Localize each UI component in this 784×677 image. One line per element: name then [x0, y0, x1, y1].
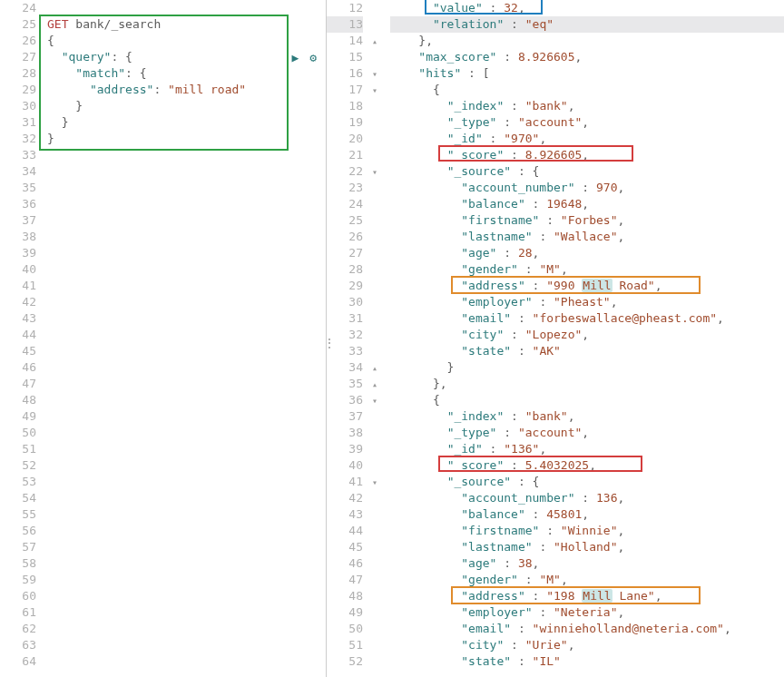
code-line[interactable]: "match": { — [47, 65, 326, 82]
line-number: 44 — [0, 327, 36, 343]
line-number: 34 — [0, 163, 36, 180]
code-line[interactable]: "address" : "198 Mill Lane", — [390, 588, 784, 604]
code-line[interactable]: "employer" : "Neteria", — [390, 604, 784, 621]
code-line[interactable]: }, — [390, 33, 784, 49]
play-icon[interactable]: ▶ — [292, 51, 299, 64]
code-line[interactable]: "account_number" : 136, — [390, 490, 784, 506]
code-line[interactable]: { — [47, 33, 326, 49]
code-line[interactable]: "_source" : { — [390, 163, 784, 180]
code-line[interactable]: "_score" : 8.926605, — [390, 147, 784, 163]
fold-open-icon[interactable]: ▾ — [368, 393, 381, 409]
line-number: 23 — [327, 180, 363, 196]
wrench-icon[interactable]: ⚙ — [309, 51, 317, 64]
code-line[interactable]: "age" : 28, — [390, 245, 784, 261]
line-number: 45 — [0, 343, 36, 359]
code-line[interactable]: "balance" : 19648, — [390, 196, 784, 212]
code-line[interactable]: "gender" : "M", — [390, 572, 784, 588]
code-line[interactable]: } — [47, 98, 326, 114]
line-number: 38 — [327, 425, 363, 441]
fold-close-icon[interactable]: ▴ — [368, 34, 381, 50]
code-line[interactable]: "_score" : 5.4032025, — [390, 457, 784, 474]
line-number: 39 — [0, 245, 36, 261]
line-number: 34 — [327, 359, 363, 376]
code-line[interactable]: "firstname" : "Winnie", — [390, 523, 784, 539]
code-line[interactable]: } — [47, 114, 326, 131]
pane-resize-handle[interactable]: ⋮ — [323, 336, 336, 350]
code-line[interactable]: "state" : "IL" — [390, 653, 784, 670]
code-line[interactable]: "email" : "forbeswallace@pheast.com", — [390, 310, 784, 327]
fold-open-icon[interactable]: ▾ — [368, 66, 381, 83]
code-line[interactable]: "employer" : "Pheast", — [390, 294, 784, 310]
code-line[interactable]: "firstname" : "Forbes", — [390, 212, 784, 229]
code-line[interactable]: }, — [390, 376, 784, 392]
code-line[interactable]: "_id" : "136", — [390, 441, 784, 457]
code-line[interactable]: "_type" : "account", — [390, 425, 784, 441]
line-number: 12 — [327, 0, 363, 16]
line-number: 61 — [0, 604, 36, 621]
line-number: 53 — [0, 474, 36, 490]
line-number: 43 — [0, 310, 36, 327]
line-number: 32 — [0, 131, 36, 147]
line-number: 63 — [0, 637, 36, 653]
code-line[interactable]: } — [390, 359, 784, 376]
code-line[interactable]: { — [390, 392, 784, 408]
code-line[interactable]: "_type" : "account", — [390, 114, 784, 131]
code-line[interactable]: "query": { — [47, 49, 326, 65]
line-number: 55 — [0, 506, 36, 523]
line-number: 60 — [0, 588, 36, 604]
line-number: 50 — [0, 425, 36, 441]
code-line[interactable]: "_source" : { — [390, 474, 784, 490]
line-number: 36 — [0, 196, 36, 212]
line-number: 13 — [327, 16, 363, 33]
code-line[interactable]: "value" : 32, — [390, 0, 784, 16]
line-number: 41 — [327, 474, 363, 490]
code-line[interactable]: "relation" : "eq" — [390, 16, 784, 33]
code-line[interactable]: "email" : "winnieholland@neteria.com", — [390, 621, 784, 637]
code-line[interactable]: "max_score" : 8.926605, — [390, 49, 784, 65]
line-number: 27 — [0, 49, 36, 65]
left-code-area[interactable]: ▶ ⚙ GET bank/_search{ "query": { "match"… — [42, 0, 326, 677]
code-line[interactable]: "_index" : "bank", — [390, 98, 784, 114]
code-line[interactable]: "city" : "Urie", — [390, 637, 784, 653]
code-line[interactable]: "address": "mill road" — [47, 82, 326, 98]
fold-open-icon[interactable]: ▾ — [368, 83, 381, 99]
line-number: 40 — [327, 457, 363, 474]
line-number: 24 — [327, 196, 363, 212]
code-line[interactable]: "lastname" : "Holland", — [390, 539, 784, 555]
code-line[interactable]: "city" : "Lopezo", — [390, 327, 784, 343]
code-line[interactable]: "age" : 38, — [390, 555, 784, 572]
line-number: 62 — [0, 621, 36, 637]
code-line[interactable]: "address" : "990 Mill Road", — [390, 278, 784, 294]
fold-open-icon[interactable]: ▾ — [368, 475, 381, 491]
code-line[interactable]: "gender" : "M", — [390, 261, 784, 278]
code-line[interactable]: GET bank/_search — [47, 16, 326, 33]
fold-close-icon[interactable]: ▴ — [368, 360, 381, 377]
run-controls: ▶ ⚙ — [292, 51, 317, 64]
code-line[interactable]: { — [390, 82, 784, 98]
right-fold-gutter: ▴▾▾▾▴▴▾▾ — [368, 0, 381, 677]
right-code-area[interactable]: "value" : 32, "relation" : "eq" }, "max_… — [381, 0, 784, 677]
code-line[interactable]: "hits" : [ — [390, 65, 784, 82]
code-line[interactable] — [47, 0, 326, 16]
line-number: 47 — [0, 376, 36, 392]
line-number: 19 — [327, 114, 363, 131]
line-number: 30 — [0, 98, 36, 114]
code-line[interactable]: "state" : "AK" — [390, 343, 784, 359]
code-line[interactable]: "lastname" : "Wallace", — [390, 229, 784, 245]
line-number: 64 — [0, 653, 36, 670]
line-number: 35 — [0, 180, 36, 196]
fold-open-icon[interactable]: ▾ — [368, 164, 381, 181]
line-number: 57 — [0, 539, 36, 555]
line-number: 51 — [327, 637, 363, 653]
line-number: 41 — [0, 278, 36, 294]
code-line[interactable]: "_index" : "bank", — [390, 408, 784, 425]
fold-close-icon[interactable]: ▴ — [368, 377, 381, 393]
line-number: 59 — [0, 572, 36, 588]
left-gutter: 2425262728293031323334353637383940414243… — [0, 0, 42, 677]
code-line[interactable]: } — [47, 131, 326, 147]
code-line[interactable]: "_id" : "970", — [390, 131, 784, 147]
line-number: 45 — [327, 539, 363, 555]
code-line[interactable]: "account_number" : 970, — [390, 180, 784, 196]
code-line[interactable]: "balance" : 45801, — [390, 506, 784, 523]
line-number: 36 — [327, 392, 363, 408]
